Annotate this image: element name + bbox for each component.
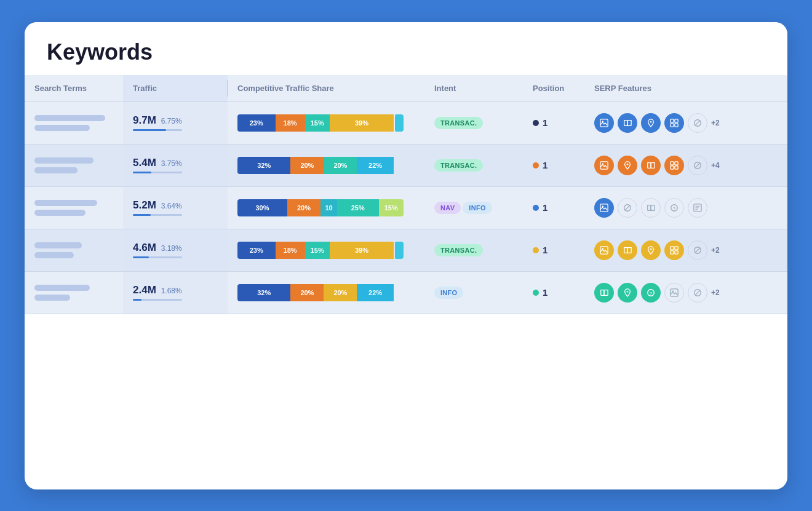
- serp-icon-0[interactable]: [594, 198, 614, 218]
- svg-line-21: [625, 205, 631, 210]
- comp-seg: 30%: [237, 199, 287, 216]
- search-term-bar-1: [34, 157, 94, 164]
- comp-traffic-cell: 23% 18% 15% 39%: [228, 229, 424, 271]
- position-value: 1: [533, 287, 575, 298]
- intent-badge: INFO: [463, 202, 492, 214]
- traffic-cell: 5.2M 3.64%: [123, 186, 228, 229]
- svg-point-2: [650, 121, 652, 122]
- search-term-bar: [34, 285, 113, 301]
- traffic-value: 9.7M: [133, 114, 156, 126]
- position-cell: 1: [523, 101, 584, 144]
- serp-icon-2[interactable]: [641, 240, 661, 260]
- comp-seg: 25%: [337, 199, 379, 216]
- svg-rect-33: [671, 250, 674, 253]
- serp-icon-2[interactable]: [641, 113, 661, 133]
- search-term-bar-2: [34, 125, 90, 131]
- serp-icon-1[interactable]: [618, 198, 637, 218]
- svg-line-17: [695, 162, 701, 168]
- search-term-cell: [25, 101, 123, 144]
- comp-seg: 32%: [237, 284, 290, 301]
- comp-seg: 18%: [276, 242, 305, 259]
- serp-icon-0[interactable]: [594, 283, 614, 303]
- svg-rect-15: [675, 165, 678, 168]
- col-search-terms: Search Terms: [25, 75, 123, 102]
- comp-traffic-cell: 30% 20% 10 25% 15%: [228, 186, 424, 229]
- serp-icon-1[interactable]: [618, 156, 637, 175]
- serp-icon-0[interactable]: [594, 240, 614, 260]
- svg-rect-6: [675, 123, 678, 126]
- keywords-table: Search Terms Traffic Competitive Traffic…: [25, 75, 787, 314]
- serp-icon-0[interactable]: [594, 156, 614, 175]
- serp-icon-2[interactable]: [641, 198, 661, 218]
- position-cell: 1: [523, 186, 584, 229]
- position-cell: 1: [523, 229, 584, 271]
- comp-seg: 20%: [290, 284, 324, 301]
- serp-icon-3[interactable]: ?: [664, 198, 684, 218]
- intent-cell: NAVINFO: [424, 186, 523, 229]
- serp-icon-1[interactable]: [618, 240, 637, 260]
- table-row: 4.6M 3.18% 23% 18% 15% 39% TRANSAC. 1 +2: [25, 229, 787, 271]
- search-term-bar-1: [34, 285, 90, 291]
- table-row: 5.2M 3.64% 30% 20% 10 25% 15% NAVINFO 1 …: [25, 186, 787, 229]
- comp-seg: 15%: [305, 114, 330, 132]
- comp-traffic-cell: 23% 18% 15% 39%: [228, 101, 424, 144]
- serp-icon-3[interactable]: [664, 283, 684, 303]
- traffic-mini-bar-fill: [133, 172, 151, 173]
- intent-badge: TRANSAC.: [434, 159, 483, 172]
- serp-features-cell: ?+2: [584, 271, 787, 314]
- search-term-bar: [34, 242, 113, 258]
- serp-features-cell: ?: [584, 186, 787, 229]
- serp-row: +4: [594, 156, 778, 175]
- serp-icon-3[interactable]: [664, 156, 684, 175]
- card-header: Keywords: [25, 22, 787, 75]
- serp-icon-0[interactable]: [594, 113, 614, 133]
- search-term-bar-2: [34, 167, 78, 173]
- svg-text:?: ?: [673, 205, 676, 211]
- position-dot: [533, 205, 539, 211]
- serp-icon-2[interactable]: ?: [641, 283, 661, 303]
- comp-seg: 20%: [290, 157, 324, 174]
- serp-icon-4[interactable]: [688, 113, 707, 133]
- col-intent: Intent: [424, 75, 523, 102]
- svg-rect-14: [671, 165, 674, 168]
- comp-bar: 32% 20% 20% 22%: [237, 284, 404, 301]
- serp-more: +2: [711, 246, 720, 255]
- serp-icon-4[interactable]: [688, 240, 707, 260]
- table-header-row: Search Terms Traffic Competitive Traffic…: [25, 75, 787, 102]
- svg-rect-3: [671, 119, 674, 122]
- svg-rect-5: [671, 123, 674, 126]
- comp-extra: [395, 114, 404, 132]
- page-title: Keywords: [47, 39, 765, 65]
- serp-more: +2: [711, 288, 720, 297]
- traffic-pct: 3.18%: [161, 244, 182, 253]
- serp-features-cell: +2: [584, 101, 787, 144]
- serp-row: ?+2: [594, 283, 778, 303]
- intent-badge: INFO: [434, 287, 463, 299]
- comp-traffic-cell: 32% 20% 20% 22%: [228, 271, 424, 314]
- search-term-cell: [25, 229, 123, 271]
- search-term-bar-1: [34, 115, 105, 121]
- traffic-pct: 3.64%: [161, 202, 182, 210]
- comp-seg: 32%: [237, 157, 290, 174]
- serp-icon-4[interactable]: [688, 198, 707, 218]
- intent-badge: TRANSAC.: [434, 117, 483, 129]
- serp-icon-3[interactable]: [664, 113, 684, 133]
- comp-bar: 30% 20% 10 25% 15%: [237, 199, 404, 216]
- serp-icon-1[interactable]: [618, 283, 637, 303]
- search-term-cell: [25, 186, 123, 229]
- comp-seg: 22%: [357, 157, 393, 174]
- serp-more: +4: [711, 161, 720, 170]
- main-card: Keywords Search Terms Traffic Competitiv…: [25, 22, 787, 489]
- serp-icon-2[interactable]: [641, 156, 661, 175]
- traffic-mini-bar-fill: [133, 129, 166, 131]
- traffic-cell: 5.4M 3.75%: [123, 144, 228, 186]
- search-term-bar-1: [34, 200, 97, 206]
- serp-icon-4[interactable]: [688, 156, 707, 175]
- traffic-cell: 4.6M 3.18%: [123, 229, 228, 271]
- search-term-cell: [25, 271, 123, 314]
- serp-icon-3[interactable]: [664, 240, 684, 260]
- col-comp-traffic: Competitive Traffic Share: [228, 75, 424, 102]
- position-cell: 1: [523, 144, 584, 186]
- serp-icon-1[interactable]: [618, 113, 637, 133]
- serp-icon-4[interactable]: [688, 283, 707, 303]
